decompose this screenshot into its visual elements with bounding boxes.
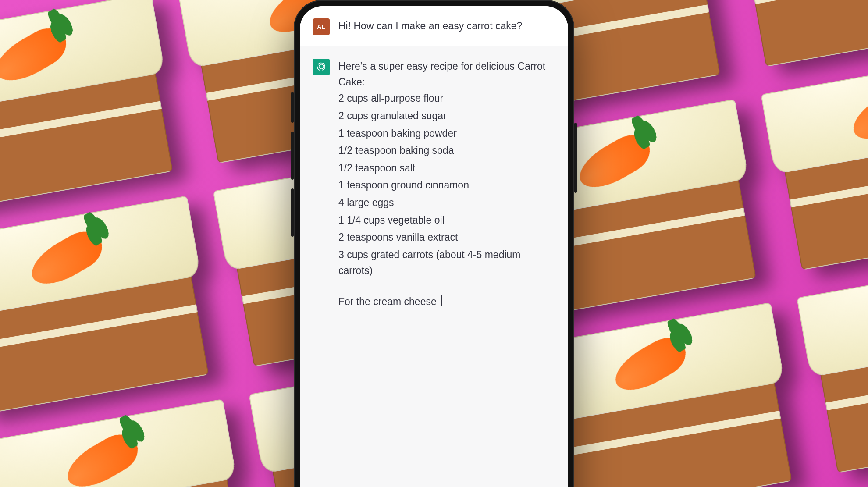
chat-message-assistant[interactable]: Here's a super easy recipe for delicious… xyxy=(300,46,568,487)
carrot-cake-tile xyxy=(0,399,254,487)
ingredient-line: 1 teaspoon ground cinnamon xyxy=(338,178,553,193)
ingredient-line: 1 teaspoon baking powder xyxy=(338,126,553,142)
assistant-continuation: For the cream cheese xyxy=(338,296,439,307)
phone-power-button xyxy=(574,123,577,193)
typing-cursor-icon xyxy=(441,295,442,306)
assistant-message-text: Here's a super easy recipe for delicious… xyxy=(338,59,553,310)
ingredient-line: 2 teaspoons vanilla extract xyxy=(338,230,553,245)
ingredient-line: 1 1/4 cups vegetable oil xyxy=(338,213,553,228)
carrot-cake-tile xyxy=(761,51,868,272)
phone-frame: AL Hi! How can I make an easy carrot cak… xyxy=(294,0,574,487)
phone-volume-up xyxy=(291,132,294,180)
svg-point-0 xyxy=(319,64,324,68)
openai-logo-icon xyxy=(316,61,327,73)
ingredient-line: 2 cups granulated sugar xyxy=(338,108,553,124)
user-avatar: AL xyxy=(313,18,330,35)
ingredient-line: 1/2 teaspoon baking soda xyxy=(338,143,553,159)
chat-message-user[interactable]: AL Hi! How can I make an easy carrot cak… xyxy=(300,6,568,46)
ingredient-line: 4 large eggs xyxy=(338,195,553,211)
carrot-cake-tile xyxy=(797,254,868,475)
assistant-intro: Here's a super easy recipe for delicious… xyxy=(338,60,545,88)
user-avatar-initials: AL xyxy=(317,23,326,30)
carrot-cake-tile xyxy=(0,0,183,213)
assistant-avatar xyxy=(313,59,330,75)
carrot-cake-tile xyxy=(725,0,868,69)
ingredient-line: 1/2 teaspoon salt xyxy=(338,160,553,176)
phone-volume-down xyxy=(291,188,294,237)
ingredient-line: 3 cups grated carrots (about 4-5 medium … xyxy=(338,247,553,278)
phone-screen: AL Hi! How can I make an easy carrot cak… xyxy=(300,6,568,487)
user-message-text: Hi! How can I make an easy carrot cake? xyxy=(338,18,553,35)
ingredient-line: 2 cups all-purpose flour xyxy=(338,91,553,107)
ingredient-list: 2 cups all-purpose flour 2 cups granulat… xyxy=(338,91,553,278)
carrot-cake-tile xyxy=(0,196,218,416)
chat-container[interactable]: AL Hi! How can I make an easy carrot cak… xyxy=(300,6,568,487)
phone-mute-switch xyxy=(291,92,294,123)
